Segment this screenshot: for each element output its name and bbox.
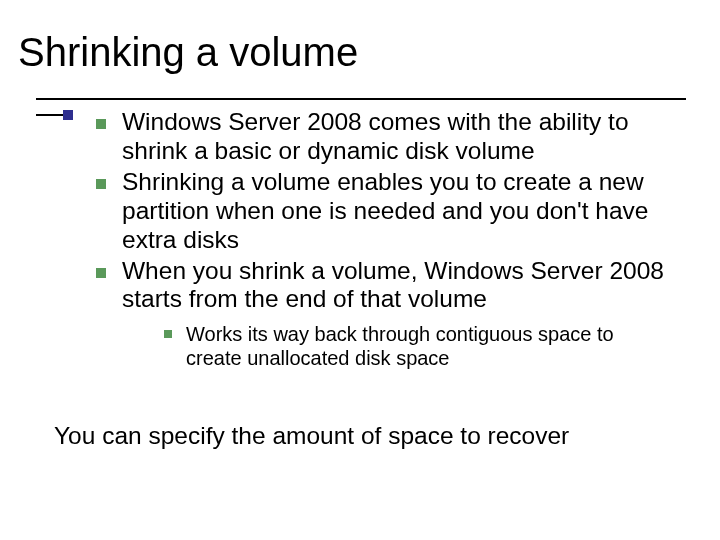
list-item: When you shrink a volume, Windows Server… <box>88 257 674 315</box>
square-bullet-icon <box>96 179 106 189</box>
square-bullet-icon <box>96 119 106 129</box>
square-bullet-icon <box>164 330 172 338</box>
title-underline <box>36 98 686 100</box>
slide-title: Shrinking a volume <box>18 30 358 74</box>
list-item: Windows Server 2008 comes with the abili… <box>88 108 674 166</box>
list-item-text: When you shrink a volume, Windows Server… <box>122 257 664 313</box>
list-item-text: Shrinking a volume enables you to create… <box>122 168 648 253</box>
list-item-text: Windows Server 2008 comes with the abili… <box>122 108 629 164</box>
slide: Shrinking a volume Windows Server 2008 c… <box>0 0 720 540</box>
footer-text: You can specify the amount of space to r… <box>54 422 674 451</box>
title-accent-square-icon <box>63 110 73 120</box>
sub-list: Works its way back through contiguous sp… <box>88 322 674 370</box>
sub-list-item-text: Works its way back through contiguous sp… <box>186 323 614 369</box>
sub-list-item: Works its way back through contiguous sp… <box>158 322 674 370</box>
square-bullet-icon <box>96 268 106 278</box>
body-content: Windows Server 2008 comes with the abili… <box>88 108 674 384</box>
list-item: Shrinking a volume enables you to create… <box>88 168 674 255</box>
